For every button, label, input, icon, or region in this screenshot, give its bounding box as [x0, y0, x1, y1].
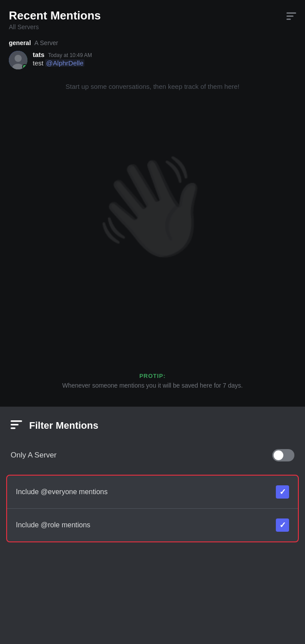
server-filter-label: All Servers [9, 23, 296, 30]
header: Recent Mentions All Servers [0, 0, 305, 35]
avatar [9, 51, 27, 69]
svg-rect-8 [11, 427, 15, 429]
everyone-mention-row: Include @everyone mentions ✓ [7, 476, 298, 508]
ghost-image: 👋 [82, 124, 223, 292]
checkbox-section: Include @everyone mentions ✓ Include @ro… [6, 475, 299, 542]
message-time: Today at 10:49 AM [48, 52, 92, 58]
everyone-mention-label: Include @everyone mentions [16, 488, 107, 496]
protip-text: Whenever someone mentions you it will be… [0, 382, 305, 389]
svg-rect-0 [286, 12, 296, 14]
channel-name: general [9, 39, 31, 46]
svg-rect-6 [11, 420, 22, 422]
svg-rect-1 [286, 15, 294, 17]
message-author: tats [33, 51, 45, 58]
filter-icon-top[interactable] [286, 12, 296, 23]
top-section: Recent Mentions All Servers general A Se… [0, 0, 305, 407]
role-mention-label: Include @role mentions [16, 521, 90, 529]
toggle-label: Only A Server [11, 451, 57, 460]
protip-label: PROTIP: [0, 373, 305, 379]
filter-icon [11, 420, 22, 431]
svg-rect-7 [11, 424, 19, 426]
message-content: tats Today at 10:49 AM test @AlphrDelle [33, 51, 296, 67]
toggle-row: Only A Server [0, 440, 305, 470]
avatar-status [22, 64, 27, 69]
protip-section: PROTIP: Whenever someone mentions you it… [0, 373, 305, 389]
svg-rect-2 [286, 19, 291, 20]
role-mention-row: Include @role mentions ✓ [7, 508, 298, 541]
filter-title: Filter Mentions [29, 420, 98, 431]
only-server-toggle[interactable] [272, 449, 294, 461]
svg-point-4 [15, 55, 22, 62]
channel-label: general A Server [9, 39, 296, 46]
message-row: tats Today at 10:49 AM test @AlphrDelle [9, 51, 296, 69]
filter-header: Filter Mentions [0, 407, 305, 440]
mention[interactable]: @AlphrDelle [45, 59, 84, 67]
role-mention-checkbox[interactable]: ✓ [276, 518, 289, 532]
placeholder-text: Start up some conversations, then keep t… [0, 83, 305, 90]
filter-panel: Filter Mentions Only A Server Include @e… [0, 407, 305, 644]
server-name: A Server [34, 39, 58, 46]
message-section: general A Server tats Today at 10:49 AM [0, 35, 305, 74]
everyone-mention-checkbox[interactable]: ✓ [276, 485, 289, 499]
message-text: test @AlphrDelle [33, 59, 296, 67]
page-title: Recent Mentions [9, 9, 296, 23]
